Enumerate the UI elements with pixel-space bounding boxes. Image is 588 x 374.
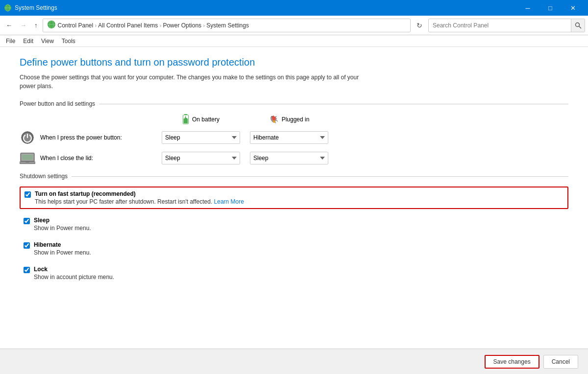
maximize-button[interactable]: □ (539, 0, 562, 16)
sleep-desc: Show in Power menu. (34, 225, 91, 232)
main-content: Define power buttons and turn on passwor… (0, 47, 588, 374)
search-input[interactable] (429, 22, 571, 29)
sleep-label: Sleep Show in Power menu. (34, 217, 91, 232)
fast-startup-title: Turn on fast startup (recommended) (35, 190, 136, 197)
power-button-section-label: Power button and lid settings (20, 100, 95, 107)
lock-title: Lock (34, 266, 48, 273)
save-changes-button[interactable]: Save changes (485, 355, 539, 369)
fast-startup-row: Turn on fast startup (recommended) This … (20, 187, 568, 209)
menu-tools[interactable]: Tools (58, 36, 79, 47)
power-button-label: When I press the power button: (20, 130, 157, 145)
shutdown-section-header: Shutdown settings (20, 173, 568, 180)
svg-point-6 (575, 23, 579, 26)
power-button-battery-select[interactable]: Do nothing Sleep Hibernate Shut down Tur… (162, 131, 240, 144)
lock-row: Lock Show in account picture menu. (20, 263, 568, 283)
plugged-column-label: Plugged in (282, 116, 310, 123)
sleep-row: Sleep Show in Power menu. (20, 214, 568, 234)
shutdown-section-divider (72, 176, 568, 177)
up-button[interactable]: ↑ (31, 19, 41, 32)
sleep-checkbox[interactable] (24, 218, 30, 224)
battery-icon (182, 114, 189, 125)
learn-more-link[interactable]: Learn More (214, 198, 244, 205)
window-title: System Settings (15, 4, 516, 11)
shutdown-section-label: Shutdown settings (20, 173, 68, 180)
power-button-plugged-col: Do nothing Sleep Hibernate Shut down Tur… (245, 131, 333, 144)
section-divider (99, 104, 568, 104)
battery-column-header: On battery (157, 114, 245, 125)
close-lid-row: When I close the lid: Do nothing Sleep H… (20, 150, 568, 166)
svg-line-12 (275, 116, 276, 117)
power-button-row-label: When I press the power button: (40, 134, 122, 141)
close-lid-row-label: When I close the lid: (40, 155, 93, 162)
fast-startup-checkbox[interactable] (24, 191, 31, 198)
forward-button[interactable]: → (17, 19, 29, 32)
search-box (428, 19, 585, 32)
shutdown-section: Shutdown settings Turn on fast startup (… (20, 173, 568, 287)
power-button-section-header: Power button and lid settings (20, 100, 568, 107)
refresh-button[interactable]: ↻ (413, 19, 426, 32)
lock-checkbox[interactable] (24, 267, 30, 273)
path-icon (47, 20, 56, 30)
close-lid-label: When I close the lid: (20, 150, 157, 166)
battery-column-label: On battery (192, 116, 220, 123)
menu-edit[interactable]: Edit (19, 36, 37, 47)
plugged-icon (269, 115, 279, 124)
search-button[interactable] (571, 19, 585, 32)
svg-rect-19 (22, 155, 32, 160)
hibernate-desc: Show in Power menu. (34, 249, 91, 256)
svg-rect-18 (25, 162, 29, 163)
lock-label: Lock Show in account picture menu. (34, 266, 114, 280)
close-lid-icon (20, 150, 35, 166)
menu-file[interactable]: File (2, 36, 19, 47)
address-bar: ← → ↑ Control Panel › All Control Panel … (0, 16, 588, 35)
minimize-button[interactable]: ─ (516, 0, 539, 16)
fast-startup-label: Turn on fast startup (recommended) This … (35, 190, 244, 205)
power-button-icon (20, 130, 35, 145)
lock-desc: Show in account picture menu. (34, 274, 114, 280)
app-icon (4, 4, 12, 12)
bottom-bar: Save changes Cancel (0, 349, 588, 374)
page-title: Define power buttons and turn on passwor… (20, 57, 568, 68)
close-button[interactable]: ✕ (562, 0, 584, 16)
page-description: Choose the power settings that you want … (20, 73, 363, 91)
hibernate-label: Hibernate Show in Power menu. (34, 241, 91, 256)
path-text: Control Panel › All Control Panel Items … (58, 22, 249, 29)
close-lid-plugged-select[interactable]: Do nothing Sleep Hibernate Shut down Tur… (250, 152, 328, 164)
title-bar: System Settings ─ □ ✕ (0, 0, 588, 16)
close-lid-battery-col: Do nothing Sleep Hibernate Shut down Tur… (157, 152, 245, 164)
address-path[interactable]: Control Panel › All Control Panel Items … (43, 19, 411, 32)
menu-bar: File Edit View Tools (0, 35, 588, 47)
back-button[interactable]: ← (3, 19, 15, 32)
close-lid-battery-select[interactable]: Do nothing Sleep Hibernate Shut down Tur… (162, 152, 240, 164)
hibernate-title: Hibernate (34, 241, 61, 248)
fast-startup-desc: This helps start your PC faster after sh… (35, 198, 244, 205)
menu-view[interactable]: View (37, 36, 58, 47)
cancel-button[interactable]: Cancel (543, 355, 578, 369)
sleep-title: Sleep (34, 217, 49, 224)
hibernate-checkbox[interactable] (24, 242, 30, 249)
svg-line-7 (579, 26, 581, 28)
power-button-row: When I press the power button: Do nothin… (20, 130, 568, 145)
power-button-battery-col: Do nothing Sleep Hibernate Shut down Tur… (157, 131, 245, 144)
hibernate-row: Hibernate Show in Power menu. (20, 238, 568, 259)
power-button-plugged-select[interactable]: Do nothing Sleep Hibernate Shut down Tur… (250, 131, 328, 144)
close-lid-plugged-col: Do nothing Sleep Hibernate Shut down Tur… (245, 152, 333, 164)
plugged-column-header: Plugged in (245, 114, 333, 125)
window-controls: ─ □ ✕ (516, 0, 584, 16)
